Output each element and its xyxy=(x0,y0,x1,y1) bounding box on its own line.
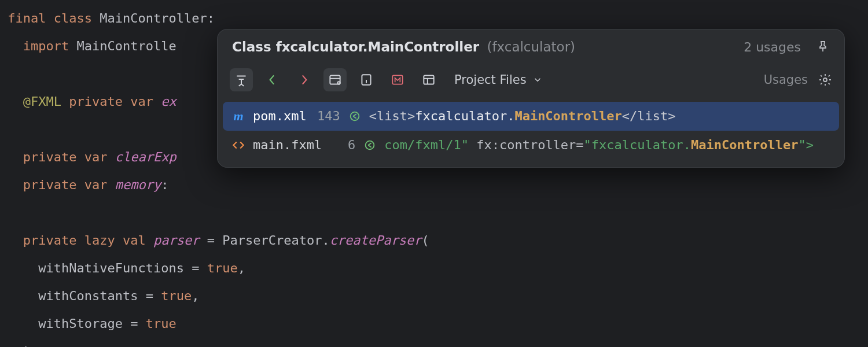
popup-header: Class fxcalculator.MainController (fxcal… xyxy=(217,29,845,64)
scope-label: Project Files xyxy=(454,73,527,87)
svg-point-7 xyxy=(366,141,374,150)
pin-icon[interactable] xyxy=(816,40,830,54)
usage-snippet: <list>fxcalculator.MainController</list> xyxy=(369,106,676,126)
usages-list: m pom.xml 143 <list>fxcalculator.MainCon… xyxy=(217,99,845,168)
code-line: private lazy val parser = ParserCreator.… xyxy=(0,227,868,254)
code-line: final class MainController: xyxy=(0,5,868,32)
xml-file-icon xyxy=(231,138,246,153)
svg-rect-4 xyxy=(424,75,433,84)
keyword: final xyxy=(8,11,46,25)
usage-row[interactable]: m pom.xml 143 <list>fxcalculator.MainCon… xyxy=(223,102,839,131)
identifier: memory xyxy=(115,178,161,192)
line-number: 6 xyxy=(329,135,355,155)
class-name: MainController xyxy=(100,11,207,25)
usage-snippet: com/fxml/1" fx:controller="fxcalculator.… xyxy=(384,135,814,155)
info-button[interactable] xyxy=(355,68,378,91)
code-line: withNativeFunctions = true, xyxy=(0,254,868,282)
keyword: lazy xyxy=(84,233,115,248)
svg-rect-0 xyxy=(330,75,340,84)
next-occurrence-button[interactable] xyxy=(292,68,315,91)
insert-icon xyxy=(362,139,377,152)
svg-point-5 xyxy=(823,78,827,82)
keyword: private xyxy=(69,94,123,109)
keyword: class xyxy=(54,11,92,25)
boolean: true xyxy=(146,316,176,331)
code-line: private var memory: xyxy=(0,171,868,199)
identifier: parser xyxy=(153,233,199,248)
keyword: var xyxy=(84,150,108,164)
usages-heading: Usages xyxy=(764,73,808,87)
popup-title: Class fxcalculator.MainController (fxcal… xyxy=(232,39,575,54)
keyword: var xyxy=(130,94,153,109)
identifier: ex xyxy=(161,94,176,109)
code-line: ) xyxy=(0,338,868,347)
line-number: 143 xyxy=(314,106,340,126)
object: ParserCreator xyxy=(222,233,322,248)
keyword: private xyxy=(23,233,77,248)
title-name: fxcalculator.MainController xyxy=(276,39,479,54)
svg-point-1 xyxy=(337,82,340,84)
insert-icon xyxy=(347,110,362,123)
keyword: var xyxy=(84,178,108,192)
popup-toolbar: Project Files Usages xyxy=(217,64,845,99)
open-in-tool-window-button[interactable] xyxy=(230,68,253,91)
param-name: withNativeFunctions xyxy=(38,261,184,275)
usages-count: 2 usages xyxy=(744,40,801,54)
keyword: val xyxy=(123,233,146,248)
usage-row[interactable]: main.fxml 6 com/fxml/1" fx:controller="f… xyxy=(223,131,839,160)
svg-point-6 xyxy=(350,112,359,121)
file-name: pom.xml xyxy=(253,106,307,126)
maven-file-icon: m xyxy=(231,106,246,126)
title-module: (fxcalculator) xyxy=(487,39,575,54)
filter-m-icon[interactable] xyxy=(386,68,409,91)
file-name: main.fxml xyxy=(253,135,322,155)
keyword: private xyxy=(23,150,77,164)
code-line: withConstants = true, xyxy=(0,282,868,310)
gear-icon[interactable] xyxy=(818,73,832,87)
param-name: withConstants xyxy=(38,289,138,303)
blank-line xyxy=(0,199,868,227)
method: createParser xyxy=(330,233,422,248)
identifier: clearExp xyxy=(115,150,176,164)
scope-selector[interactable]: Project Files xyxy=(454,73,543,87)
prev-occurrence-button[interactable] xyxy=(261,68,284,91)
keyword: private xyxy=(23,178,77,192)
boolean: true xyxy=(207,261,238,275)
identifier: MainControlle xyxy=(76,39,176,53)
keyword: import xyxy=(23,39,69,53)
annotation: @FXML xyxy=(23,94,61,109)
chevron-down-icon xyxy=(532,75,543,85)
preview-panel-button[interactable] xyxy=(417,68,440,91)
group-by-button[interactable] xyxy=(323,68,347,91)
title-prefix: Class xyxy=(232,39,276,54)
boolean: true xyxy=(161,289,192,303)
find-usages-popup: Class fxcalculator.MainController (fxcal… xyxy=(217,29,845,168)
param-name: withStorage xyxy=(38,316,123,331)
code-line: withStorage = true xyxy=(0,310,868,338)
